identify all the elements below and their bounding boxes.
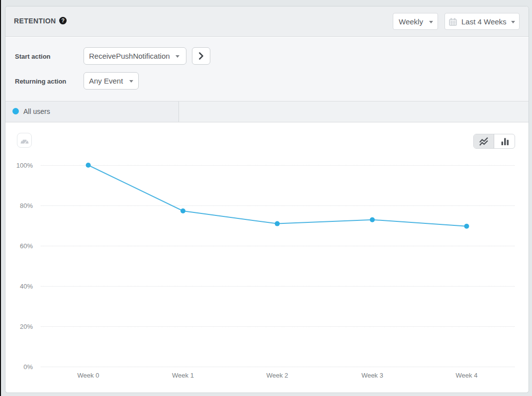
svg-text:60%: 60%: [20, 242, 33, 250]
svg-text:40%: 40%: [20, 283, 33, 290]
svg-text:100%: 100%: [16, 162, 33, 169]
svg-text:Week 1: Week 1: [172, 372, 194, 379]
svg-text:0%: 0%: [23, 363, 33, 371]
svg-text:Week 2: Week 2: [266, 372, 288, 379]
svg-text:Week 4: Week 4: [456, 372, 478, 379]
svg-text:80%: 80%: [20, 202, 33, 209]
svg-text:Week 3: Week 3: [361, 372, 383, 379]
svg-text:20%: 20%: [20, 323, 33, 330]
svg-text:Week 0: Week 0: [78, 372, 99, 379]
